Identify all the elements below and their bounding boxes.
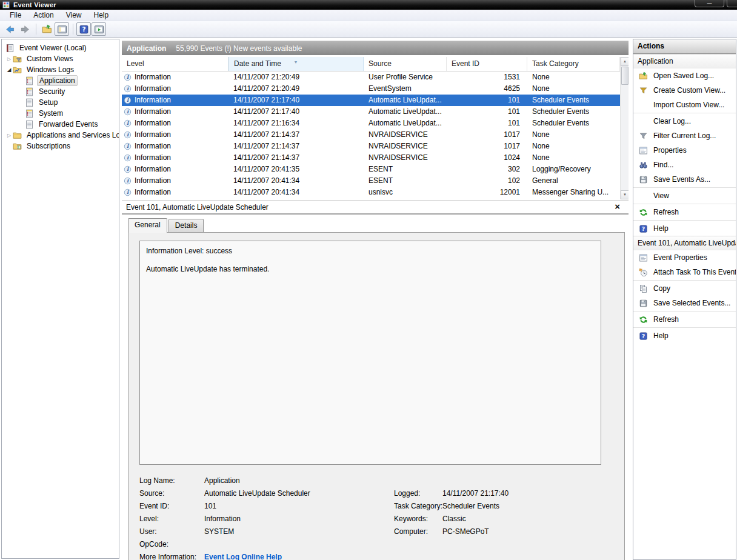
action-attach-task-to-this-event[interactable]: Attach Task To This Event... — [633, 265, 736, 279]
event-id-cell: 102 — [447, 175, 527, 187]
scroll-down-button[interactable]: ▼ — [621, 190, 629, 199]
action-view[interactable]: View — [633, 188, 736, 203]
field-value-keywords: Classic — [442, 515, 618, 523]
action-find[interactable]: Find... — [633, 158, 736, 172]
scrollbar-thumb[interactable] — [621, 67, 629, 85]
level-cell: Information — [122, 187, 228, 198]
level-cell: Information — [122, 106, 228, 118]
table-body: Information14/11/2007 21:20:49User Profi… — [122, 72, 620, 199]
tree-item-custom-views[interactable]: ▷Custom Views — [2, 53, 119, 64]
back-button[interactable] — [2, 22, 17, 36]
detail-title-bar: Event 101, Automatic LiveUpdate Schedule… — [122, 201, 629, 215]
forward-button[interactable] — [18, 22, 32, 36]
tab-details[interactable]: Details — [168, 219, 204, 232]
console-tree-button[interactable] — [55, 22, 69, 36]
action-filter-current-log[interactable]: Filter Current Log... — [633, 128, 736, 143]
column-header-level[interactable]: Level — [122, 57, 228, 71]
action-import-custom-view[interactable]: Import Custom View... — [633, 98, 736, 112]
tree-item-setup[interactable]: Setup — [2, 97, 119, 108]
action-event-properties[interactable]: Event Properties — [633, 250, 736, 265]
expander-icon[interactable]: ▷ — [5, 133, 13, 138]
table-row[interactable]: Information14/11/2007 21:14:37NVRAIDSERV… — [122, 152, 620, 164]
copy-icon — [639, 284, 648, 293]
action-create-custom-view[interactable]: Create Custom View... — [633, 83, 736, 98]
action-refresh[interactable]: Refresh — [633, 312, 736, 327]
table-row[interactable]: Information14/11/2007 21:16:34Automatic … — [122, 118, 620, 129]
action-help[interactable]: Help — [633, 221, 736, 236]
table-row[interactable]: Information14/11/2007 21:20:49EventSyste… — [122, 83, 620, 95]
action-pane-button[interactable] — [92, 22, 106, 36]
minimize-button[interactable]: — — [695, 0, 724, 7]
props-icon — [639, 146, 648, 155]
action-copy[interactable]: Copy — [633, 281, 736, 296]
action-icon-slot — [638, 298, 648, 308]
help-button[interactable] — [76, 22, 91, 36]
info-icon — [124, 165, 132, 173]
tree-item-applications-and-services-lo[interactable]: ▷Applications and Services Lo — [2, 130, 119, 141]
event-log-online-help-link[interactable]: Event Log Online Help — [204, 553, 394, 560]
column-header-source[interactable]: Source — [364, 57, 447, 71]
field-value-computer: PC-SMeGPoT — [442, 527, 618, 536]
tree-item-subscriptions[interactable]: Subscriptions — [2, 141, 119, 152]
field-value-level: Information — [204, 515, 394, 523]
tree-item-system[interactable]: System — [2, 108, 119, 119]
menu-help[interactable]: Help — [88, 10, 115, 21]
scroll-up-button[interactable]: ▲ — [621, 57, 629, 66]
task-category-cell: None — [527, 141, 620, 152]
column-header-event-id[interactable]: Event ID — [447, 57, 527, 71]
open-saved-log-button[interactable] — [39, 22, 54, 36]
action-icon-slot — [638, 145, 648, 155]
table-scrollbar[interactable]: ▲ ▼ — [620, 57, 629, 199]
menu-action[interactable]: Action — [27, 10, 59, 21]
maximize-button[interactable]: □ — [727, 0, 737, 7]
expander-icon[interactable]: ▷ — [5, 56, 13, 62]
table-row[interactable]: Information14/11/2007 20:41:35ESENT302Lo… — [122, 164, 620, 175]
general-tab-page: Information Level: successAutomatic Live… — [128, 232, 625, 560]
menu-file[interactable]: File — [4, 10, 27, 21]
action-label: Attach Task To This Event... — [653, 268, 736, 276]
level-text: Information — [135, 95, 171, 106]
column-header-date-and-time[interactable]: ▼Date and Time — [228, 57, 364, 71]
table-row[interactable]: Information14/11/2007 21:14:37NVRAIDSERV… — [122, 141, 620, 152]
action-help[interactable]: Help — [633, 328, 736, 343]
tree-item-label: Forwarded Events — [37, 119, 99, 129]
tree-item-application[interactable]: Application — [2, 75, 119, 86]
tree-item-security[interactable]: Security — [2, 86, 119, 97]
expander-icon[interactable]: ◢ — [5, 67, 13, 73]
action-clear-log[interactable]: Clear Log... — [633, 114, 736, 128]
table-row[interactable]: Information14/11/2007 21:20:49User Profi… — [122, 72, 620, 83]
action-save-selected-events[interactable]: Save Selected Events... — [633, 296, 736, 310]
menu-view[interactable]: View — [60, 10, 88, 21]
datetime-cell: 14/11/2007 20:41:35 — [228, 164, 364, 175]
tree-item-label: Setup — [37, 98, 59, 107]
table-row[interactable]: Information14/11/2007 21:17:40Automatic … — [122, 106, 620, 118]
action-save-events-as[interactable]: Save Events As... — [633, 172, 736, 187]
event-id-cell: 1531 — [447, 72, 527, 83]
action-open-saved-log[interactable]: Open Saved Log... — [633, 68, 736, 83]
source-cell: NVRAIDSERVICE — [364, 152, 447, 164]
action-icon-slot — [638, 160, 648, 170]
table-row[interactable]: Information14/11/2007 20:41:34usnisvc120… — [122, 187, 620, 198]
actions-section-application[interactable]: Application — [633, 54, 736, 68]
tab-general[interactable]: General — [128, 218, 167, 233]
datetime-cell: 14/11/2007 20:41:34 — [228, 175, 364, 187]
datetime-cell: 14/11/2007 21:16:34 — [228, 118, 364, 129]
source-cell: ESENT — [364, 175, 447, 187]
tree-item-root[interactable]: Event Viewer (Local) — [2, 42, 119, 53]
actions-section-event-101-automatic-liveupdat[interactable]: Event 101, Automatic LiveUpdat — [633, 236, 736, 250]
action-icon-slot — [638, 131, 648, 141]
close-icon[interactable]: × — [615, 202, 620, 212]
table-row[interactable]: Information14/11/2007 20:41:34ESENT102Ge… — [122, 175, 620, 187]
action-icon-slot — [638, 284, 648, 293]
table-row[interactable]: Information14/11/2007 21:17:40Automatic … — [122, 95, 620, 106]
action-refresh[interactable]: Refresh — [633, 205, 736, 219]
tree-item-forwarded-events[interactable]: Forwarded Events — [2, 119, 119, 130]
datetime-cell: 14/11/2007 20:41:34 — [228, 187, 364, 198]
refresh-icon — [639, 315, 648, 324]
actions-sections: ApplicationOpen Saved Log...Create Custo… — [633, 54, 736, 343]
datetime-cell: 14/11/2007 21:20:49 — [228, 83, 364, 95]
column-header-task-category[interactable]: Task Category — [527, 57, 620, 71]
action-properties[interactable]: Properties — [633, 143, 736, 158]
table-row[interactable]: Information14/11/2007 21:14:37NVRAIDSERV… — [122, 129, 620, 141]
tree-item-windows-logs[interactable]: ◢Windows Logs — [2, 64, 119, 75]
